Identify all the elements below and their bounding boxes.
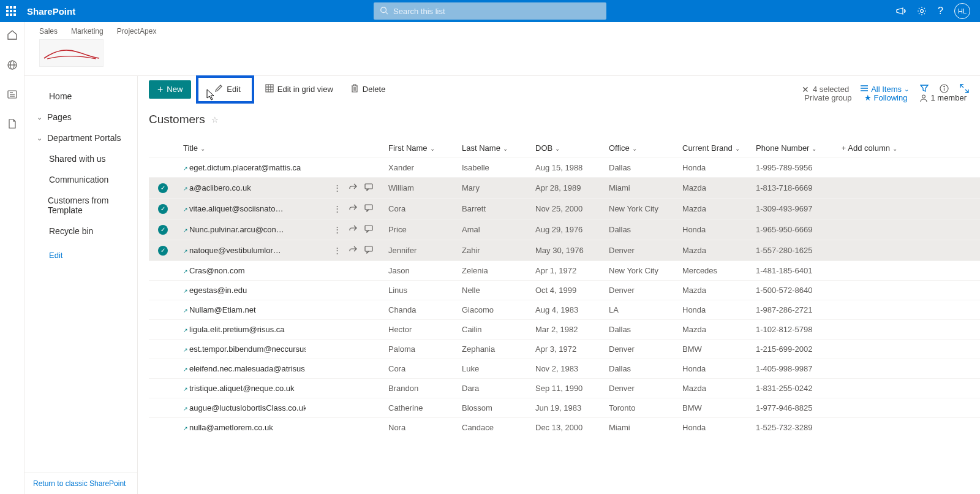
item-title[interactable]: ↗augue@luctuslobortisClass.co.uk (183, 403, 306, 412)
top-nav-item[interactable]: Marketing (71, 27, 104, 36)
more-icon[interactable]: ⋮ (333, 225, 341, 234)
table-row[interactable]: ✓↗natoque@vestibulumlor…⋮JenniferZahirMa… (149, 240, 980, 261)
table-row[interactable]: ↗eleifend.nec.malesuada@atrisus.caCoraLu… (149, 359, 980, 379)
cell-dob: Apr 28, 1989 (529, 178, 603, 199)
cell-office: New York City (603, 199, 676, 219)
item-title[interactable]: ↗eget.dictum.placerat@mattis.ca (183, 163, 306, 172)
avatar[interactable]: HL (954, 3, 970, 19)
item-title[interactable]: ↗tristique.aliquet@neque.co.uk (183, 384, 306, 393)
svg-line-22 (960, 85, 963, 88)
top-nav-item[interactable]: ProjectApex (117, 27, 157, 36)
item-title[interactable]: ↗Nullam@Etiam.net (183, 305, 306, 314)
column-header-first[interactable]: First Name (388, 143, 428, 153)
table-row[interactable]: ↗est.tempor.bibendum@neccursusa.comPalom… (149, 340, 980, 359)
help-icon[interactable]: ? (938, 6, 943, 17)
share-icon[interactable] (349, 183, 357, 193)
share-icon[interactable] (349, 224, 357, 235)
filter-icon[interactable] (920, 84, 929, 94)
item-title[interactable]: ↗Cras@non.com (183, 266, 306, 275)
gear-icon[interactable] (917, 6, 927, 16)
cell-office: Denver (603, 340, 676, 359)
share-icon[interactable] (349, 245, 357, 256)
more-icon[interactable]: ⋮ (333, 204, 341, 213)
nav-home[interactable]: Home (24, 86, 137, 107)
comment-icon[interactable] (364, 204, 373, 214)
cell-office: Dallas (603, 219, 676, 240)
search-input[interactable] (374, 2, 606, 20)
cell-dob: Apr 3, 1972 (529, 340, 603, 359)
app-rail (0, 22, 24, 494)
more-icon[interactable]: ⋮ (333, 246, 341, 255)
nav-shared-with-us[interactable]: Shared with us (24, 148, 137, 169)
column-header-brand[interactable]: Current Brand (682, 143, 733, 153)
selected-check-icon[interactable]: ✓ (158, 225, 168, 235)
item-title[interactable]: ↗Nunc.pulvinar.arcu@con… (183, 225, 306, 234)
item-title[interactable]: ↗egestas@in.edu (183, 286, 306, 295)
app-launcher-icon[interactable] (0, 0, 22, 22)
chevron-down-icon: ⌄ (503, 145, 508, 152)
clear-selection[interactable]: ✕4 selected (802, 85, 849, 94)
site-logo[interactable] (39, 39, 104, 67)
delete-button[interactable]: Delete (344, 80, 392, 99)
info-icon[interactable] (940, 84, 949, 95)
share-icon[interactable] (349, 203, 357, 214)
column-header-office[interactable]: Office (609, 143, 630, 153)
comment-icon[interactable] (364, 225, 373, 235)
item-title[interactable]: ↗eleifend.nec.malesuada@atrisus.ca (183, 364, 306, 373)
cell-dob: Dec 13, 2000 (529, 418, 603, 438)
cell-first: Xander (382, 158, 456, 178)
item-title[interactable]: ↗ligula.elit.pretium@risus.ca (183, 325, 306, 334)
new-button[interactable]: + New (149, 80, 191, 99)
nav-recycle-bin[interactable]: Recycle bin (24, 221, 137, 241)
item-title[interactable]: ↗a@aclibero.co.uk (183, 183, 306, 192)
nav-edit-link[interactable]: Edit (24, 245, 137, 265)
edit-button[interactable]: Edit (203, 80, 246, 99)
globe-rail-icon[interactable] (7, 59, 18, 72)
edit-grid-button[interactable]: Edit in grid view (259, 80, 339, 99)
nav-communication[interactable]: Communication (24, 169, 137, 190)
column-header-title[interactable]: Title (183, 143, 198, 153)
table-row[interactable]: ✓↗Nunc.pulvinar.arcu@con…⋮PriceAmalAug 2… (149, 219, 980, 240)
cell-first: William (382, 178, 456, 199)
selected-check-icon[interactable]: ✓ (158, 246, 168, 256)
table-row[interactable]: ↗Nullam@Etiam.netChandaGiacomoAug 4, 198… (149, 300, 980, 320)
nav-customers-template[interactable]: Customers from Template (24, 190, 137, 221)
table-row[interactable]: ↗Cras@non.comJasonZeleniaApr 1, 1972New … (149, 261, 980, 281)
add-column-button[interactable]: Add column (848, 143, 890, 153)
column-header-dob[interactable]: DOB (535, 143, 552, 153)
column-header-last[interactable]: Last Name (462, 143, 500, 153)
news-rail-icon[interactable] (7, 89, 18, 101)
favorite-star-icon[interactable]: ☆ (211, 115, 219, 124)
nav-department-portals[interactable]: ⌄Department Portals (24, 127, 137, 148)
column-header-phone[interactable]: Phone Number (756, 143, 809, 153)
view-switcher[interactable]: All Items⌄ (860, 85, 909, 94)
comment-icon[interactable] (364, 246, 373, 256)
cell-office: Denver (603, 379, 676, 398)
file-rail-icon[interactable] (7, 118, 17, 131)
expand-icon[interactable] (960, 84, 969, 95)
cell-phone: 1-102-812-5798 (750, 320, 835, 340)
top-nav-item[interactable]: Sales (39, 27, 58, 36)
item-title[interactable]: ↗est.tempor.bibendum@neccursusa.com (183, 344, 306, 354)
megaphone-icon[interactable] (896, 7, 906, 15)
table-row[interactable]: ✓↗vitae.aliquet@sociisnato…⋮CoraBarrettN… (149, 199, 980, 219)
comment-icon[interactable] (364, 183, 373, 193)
selected-check-icon[interactable]: ✓ (158, 204, 168, 214)
table-row[interactable]: ↗nulla@ametlorem.co.ukNoraCandaceDec 13,… (149, 418, 980, 438)
table-row[interactable]: ↗ligula.elit.pretium@risus.caHectorCaili… (149, 320, 980, 340)
selected-check-icon[interactable]: ✓ (158, 183, 168, 193)
table-row[interactable]: ↗eget.dictum.placerat@mattis.caXanderIsa… (149, 158, 980, 178)
return-classic-link[interactable]: Return to classic SharePoint (24, 473, 137, 494)
table-row[interactable]: ↗egestas@in.eduLinusNelleOct 4, 1999Denv… (149, 281, 980, 300)
cell-office: Miami (603, 178, 676, 199)
nav-pages[interactable]: ⌄Pages (24, 107, 137, 127)
table-row[interactable]: ↗augue@luctuslobortisClass.co.ukCatherin… (149, 398, 980, 418)
table-row[interactable]: ↗tristique.aliquet@neque.co.ukBrandonDar… (149, 379, 980, 398)
item-title[interactable]: ↗nulla@ametlorem.co.uk (183, 423, 306, 432)
cell-dob: Mar 2, 1982 (529, 320, 603, 340)
item-title[interactable]: ↗natoque@vestibulumlor… (183, 246, 306, 255)
table-row[interactable]: ✓↗a@aclibero.co.uk⋮WilliamMaryApr 28, 19… (149, 178, 980, 199)
home-rail-icon[interactable] (7, 29, 18, 42)
item-title[interactable]: ↗vitae.aliquet@sociisnato… (183, 204, 306, 213)
more-icon[interactable]: ⋮ (333, 183, 341, 192)
